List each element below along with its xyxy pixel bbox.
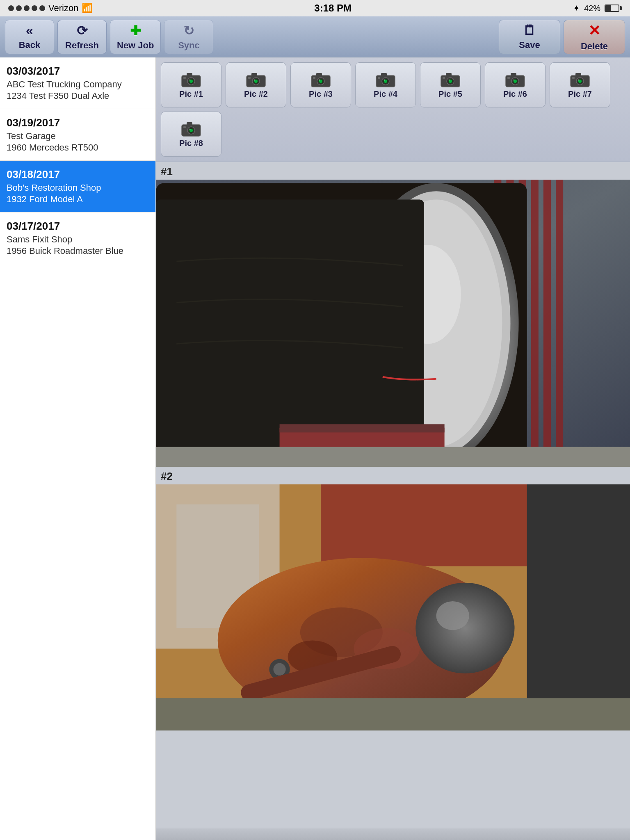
photo-image-2[interactable] [156, 484, 630, 730]
new-job-button[interactable]: ✚ New Job [110, 20, 161, 54]
sync-label: Sync [178, 40, 200, 51]
refresh-button[interactable]: ⟳ Refresh [57, 20, 107, 54]
svg-rect-22 [381, 73, 387, 76]
photo-display: #1 [156, 162, 630, 828]
right-panel: Pic #1 Pic #2 Pic #3 [156, 57, 630, 840]
job-item-1[interactable]: 03/19/2017Test Garage1960 Mercedes RT500 [0, 109, 155, 161]
battery-percent: 42% [584, 4, 600, 13]
svg-rect-41 [507, 77, 510, 79]
photo-grid: Pic #1 Pic #2 Pic #3 [156, 57, 630, 162]
refresh-label: Refresh [65, 40, 99, 51]
sync-button[interactable]: ↻ Sync [164, 20, 213, 54]
camera-icon [570, 71, 590, 88]
toolbar: « Back ⟳ Refresh ✚ New Job ↻ Sync 🗒 Save… [0, 16, 630, 57]
camera-icon [310, 71, 331, 88]
photo-button-1[interactable]: Pic #1 [161, 62, 221, 107]
new-job-label: New Job [117, 40, 154, 51]
svg-rect-34 [443, 77, 445, 79]
status-left: Verizon 📶 [8, 3, 93, 14]
signal-dots [8, 5, 45, 11]
job-date-2: 03/18/2017 [7, 168, 149, 181]
scroll-bar[interactable] [156, 828, 630, 840]
bluetooth-icon: ✦ [573, 3, 580, 13]
svg-rect-27 [378, 77, 380, 79]
battery-indicator [605, 5, 622, 12]
svg-rect-48 [572, 77, 575, 79]
svg-point-26 [384, 79, 385, 80]
photo-button-4[interactable]: Pic #4 [355, 62, 416, 107]
photo-entry-2: #2 [156, 467, 630, 730]
photo-btn-label-4: Pic #4 [374, 89, 397, 99]
photo-btn-label-3: Pic #3 [309, 89, 333, 99]
photo-btn-label-7: Pic #7 [568, 89, 592, 99]
refresh-icon: ⟳ [77, 23, 88, 39]
svg-point-19 [319, 79, 320, 80]
job-date-0: 03/03/2017 [7, 65, 149, 78]
svg-rect-8 [251, 73, 257, 76]
back-label: Back [19, 40, 41, 50]
save-icon: 🗒 [523, 23, 536, 38]
job-vehicle-1: 1960 Mercedes RT500 [7, 142, 149, 153]
svg-rect-72 [156, 447, 630, 467]
photo-btn-label-6: Pic #6 [503, 89, 527, 99]
wifi-icon: 📶 [82, 3, 93, 14]
photo-button-2[interactable]: Pic #2 [226, 62, 286, 107]
photo-label-2: #2 [156, 467, 630, 484]
camera-icon [375, 71, 396, 88]
time-display: 3:18 PM [314, 2, 352, 14]
svg-point-54 [189, 128, 191, 130]
svg-rect-36 [511, 73, 516, 76]
photo-button-3[interactable]: Pic #3 [290, 62, 351, 107]
job-vehicle-2: 1932 Ford Model A [7, 194, 149, 205]
photo-btn-label-1: Pic #1 [179, 89, 203, 99]
svg-rect-15 [316, 73, 322, 76]
photo-label-1: #1 [156, 162, 630, 180]
toolbar-right: 🗒 Save ✕ Delete [499, 20, 625, 54]
svg-rect-13 [248, 77, 251, 79]
job-vehicle-0: 1234 Test F350 Dual Axle [7, 91, 149, 101]
svg-rect-62 [556, 180, 563, 467]
job-item-2[interactable]: 03/18/2017Bob's Restoration Shop1932 For… [0, 161, 155, 212]
svg-point-85 [273, 663, 285, 676]
status-bar: Verizon 📶 3:18 PM ✦ 42% [0, 0, 630, 16]
svg-point-47 [578, 79, 580, 80]
save-button[interactable]: 🗒 Save [499, 20, 560, 54]
photo-btn-label-2: Pic #2 [244, 89, 268, 99]
svg-rect-50 [187, 122, 192, 126]
main-content: 03/03/2017ABC Test Trucking Company1234 … [0, 57, 630, 840]
job-date-1: 03/19/2017 [7, 116, 149, 129]
photo-button-6[interactable]: Pic #6 [485, 62, 546, 107]
job-company-2: Bob's Restoration Shop [7, 183, 149, 193]
svg-rect-71 [280, 424, 445, 432]
job-date-3: 03/17/2017 [7, 220, 149, 233]
back-button[interactable]: « Back [5, 20, 54, 54]
photo-btn-label-8: Pic #8 [179, 139, 203, 148]
sync-icon: ↻ [183, 23, 194, 39]
job-company-0: ABC Test Trucking Company [7, 79, 149, 90]
job-item-3[interactable]: 03/17/2017Sams Fixit Shop1956 Buick Road… [0, 212, 155, 264]
back-icon: « [26, 23, 33, 38]
photo-button-7[interactable]: Pic #7 [550, 62, 610, 107]
job-company-1: Test Garage [7, 131, 149, 142]
job-list: 03/03/2017ABC Test Trucking Company1234 … [0, 57, 156, 840]
photo-image-1[interactable] [156, 180, 630, 467]
job-item-0[interactable]: 03/03/2017ABC Test Trucking Company1234 … [0, 57, 155, 109]
carrier-label: Verizon [48, 3, 78, 14]
photo-button-8[interactable]: Pic #8 [161, 112, 221, 157]
photo-btn-label-5: Pic #5 [438, 89, 462, 99]
svg-rect-29 [446, 73, 452, 76]
camera-icon [246, 71, 266, 88]
svg-rect-55 [183, 126, 186, 128]
camera-icon [440, 71, 461, 88]
svg-rect-43 [575, 73, 581, 76]
delete-button[interactable]: ✕ Delete [564, 20, 625, 54]
svg-rect-69 [156, 199, 424, 447]
svg-rect-1 [187, 73, 192, 76]
svg-point-33 [449, 79, 450, 80]
photo-button-5[interactable]: Pic #5 [420, 62, 481, 107]
svg-rect-61 [543, 180, 551, 467]
delete-label: Delete [581, 41, 608, 52]
svg-rect-20 [313, 77, 315, 79]
svg-point-83 [436, 601, 469, 630]
svg-rect-6 [183, 77, 186, 79]
